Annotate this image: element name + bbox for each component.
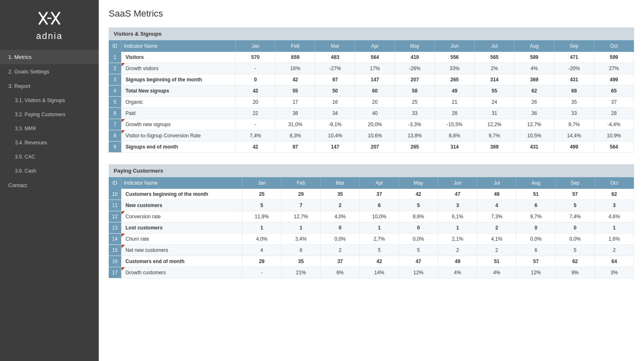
row-value: 4% <box>477 267 516 278</box>
row-value: 21 <box>435 97 475 108</box>
col-header-name: Indicator Name <box>121 40 236 52</box>
row-value: 565 <box>475 52 515 63</box>
row-value: 147 <box>355 74 395 85</box>
row-value: 207 <box>395 74 435 85</box>
row-value: 33 <box>395 108 435 119</box>
section-visitors-signups: Visitors & Signups ID Indicator Name Jan… <box>109 27 634 153</box>
sidebar: adnia 1. Metrics 2. Goals Settings 3. Re… <box>0 0 99 361</box>
sidebar-item-paying-customers[interactable]: 3.2. Paying Customers <box>0 107 99 122</box>
col-header-may: May <box>395 40 435 52</box>
row-value: 49 <box>477 189 516 200</box>
row-name: Churn rate <box>121 234 242 245</box>
row-id: 1 <box>109 52 121 63</box>
row-value: 17% <box>355 63 395 74</box>
col-header-jan: Jan <box>236 40 276 52</box>
row-value: 31 <box>475 108 515 119</box>
col-header-jun: Jun <box>435 40 475 52</box>
row-value: 28 <box>594 108 634 119</box>
row-value: -26% <box>395 63 435 74</box>
row-id: 8 <box>109 130 121 141</box>
row-value: 314 <box>435 141 475 153</box>
sidebar-item-revenues[interactable]: 3.4. Revenues <box>0 136 99 150</box>
row-value: 471 <box>554 52 594 63</box>
row-value: 5 <box>399 200 438 211</box>
row-name: Organic <box>121 97 236 108</box>
row-value: 35 <box>554 97 594 108</box>
row-name: Customers beginning of the month <box>121 189 242 200</box>
sidebar-item-metrics[interactable]: 1. Metrics <box>0 50 99 64</box>
row-value: 5 <box>242 200 281 211</box>
row-value: 9,7% <box>475 130 515 141</box>
row-value: 2 <box>477 245 516 256</box>
sidebar-item-report[interactable]: 3. Report <box>0 79 99 93</box>
row-value: 5 <box>399 245 438 256</box>
row-value: 369 <box>514 74 554 85</box>
row-id: 15 <box>109 245 121 256</box>
table-row: 15Net new customers4625522652 <box>109 245 634 256</box>
col-header-mar: Mar <box>315 40 355 52</box>
row-value: -4,4% <box>594 119 634 130</box>
row-name: Signups beginning of the month <box>121 74 236 85</box>
row-value: 10,4% <box>315 130 355 141</box>
sidebar-item-cash[interactable]: 3.6. Cash <box>0 164 99 178</box>
row-value: 2 <box>477 222 516 234</box>
row-value: 25 <box>395 97 435 108</box>
row-value: 2,7% <box>360 234 399 245</box>
row-value: - <box>236 63 276 74</box>
row-value: 0 <box>320 222 359 234</box>
row-value: 40 <box>355 108 395 119</box>
table-row: 10Customers beginning of the month252935… <box>109 189 634 200</box>
row-value: 42 <box>360 256 399 267</box>
row-value: 29 <box>242 256 281 267</box>
row-value: 10,6% <box>355 130 395 141</box>
row-name: Total New signups <box>121 85 236 97</box>
row-value: 62 <box>514 85 554 97</box>
row-value: 589 <box>514 52 554 63</box>
row-value: 55 <box>276 85 315 97</box>
row-value: 564 <box>594 141 634 153</box>
col-header-jul2: Jul <box>477 177 516 189</box>
sidebar-item-goals[interactable]: 2. Goals Settings <box>0 64 99 79</box>
row-id: 5 <box>109 97 121 108</box>
row-name: Conversion rate <box>121 211 242 222</box>
sidebar-item-contact[interactable]: Contact <box>0 178 99 193</box>
col-header-apr2: Apr <box>360 177 399 189</box>
row-value: 12,2% <box>475 119 515 130</box>
nav-menu: 1. Metrics 2. Goals Settings 3. Report 3… <box>0 50 99 193</box>
row-value: 12,7% <box>281 211 320 222</box>
table-row: 16Customers end of month2935374247495157… <box>109 256 634 267</box>
row-value: 21% <box>281 267 320 278</box>
row-value: 0,0% <box>320 234 359 245</box>
row-value: 0,0% <box>399 234 438 245</box>
row-value: 1 <box>360 222 399 234</box>
row-id: 17 <box>109 267 121 278</box>
sidebar-item-mrr[interactable]: 3.3. MRR <box>0 122 99 136</box>
row-value: 12% <box>516 267 555 278</box>
row-value: 49 <box>438 256 477 267</box>
row-id: 16 <box>109 256 121 267</box>
row-value: 8,8% <box>435 130 475 141</box>
row-value: 499 <box>594 74 634 85</box>
col-header-oct2: Oct <box>595 177 634 189</box>
row-value: 659 <box>276 52 315 63</box>
sidebar-item-cac[interactable]: 3.5. CAC <box>0 150 99 164</box>
row-value: 17 <box>276 97 315 108</box>
row-value: 4% <box>438 267 477 278</box>
row-value: 1,6% <box>595 234 634 245</box>
row-value: 0 <box>236 74 276 85</box>
row-value: 6 <box>516 200 555 211</box>
row-id: 14 <box>109 234 121 245</box>
row-value: 42 <box>236 85 276 97</box>
row-name: Lost customers <box>121 222 242 234</box>
sidebar-item-visitors-signups[interactable]: 3.1. Visitors & Signups <box>0 93 99 107</box>
row-value: 0,0% <box>516 234 555 245</box>
table-row: 3Signups beginning of the month042971472… <box>109 74 634 85</box>
row-value: 37 <box>320 256 359 267</box>
row-value: 36 <box>514 108 554 119</box>
row-value: 9,7% <box>554 119 594 130</box>
col-header-feb2: Feb <box>281 177 320 189</box>
row-value: 369 <box>475 141 515 153</box>
col-header-mar2: Mar <box>320 177 359 189</box>
row-value: 5 <box>360 245 399 256</box>
row-value: 2 <box>320 245 359 256</box>
